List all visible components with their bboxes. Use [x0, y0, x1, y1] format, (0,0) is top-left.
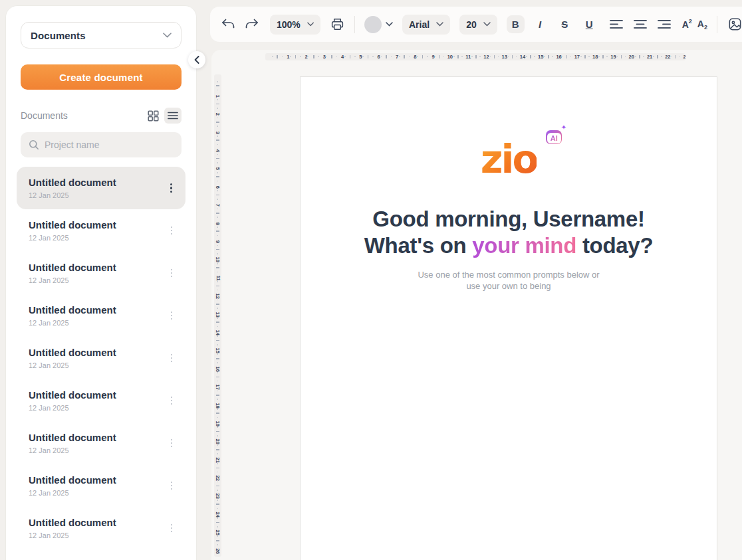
- image-icon: [727, 17, 742, 32]
- chevron-down-icon: [436, 22, 443, 27]
- document-date: 12 Jan 2025: [29, 234, 167, 242]
- kebab-menu-icon[interactable]: [167, 478, 177, 494]
- align-right-button[interactable]: [656, 16, 673, 33]
- kebab-menu-icon[interactable]: [167, 520, 177, 537]
- document-item[interactable]: Untitled document 12 Jan 2025: [17, 252, 186, 294]
- document-item[interactable]: Untitled document 12 Jan 2025: [17, 422, 186, 464]
- document-item[interactable]: Untitled document 12 Jan 2025: [17, 167, 186, 209]
- document-date: 12 Jan 2025: [29, 446, 167, 454]
- grid-icon: [148, 110, 159, 122]
- document-date: 12 Jan 2025: [29, 489, 167, 497]
- search-input[interactable]: [45, 140, 174, 150]
- greeting-heading: Good morning, Username! What's on your m…: [301, 206, 717, 259]
- collection-select-value: Documents: [31, 30, 86, 41]
- chevron-down-icon: [386, 22, 393, 27]
- align-left-icon: [610, 19, 623, 29]
- font-size-value: 20: [466, 19, 477, 30]
- undo-icon: [221, 18, 235, 31]
- document-date: 12 Jan 2025: [29, 319, 167, 327]
- zoom-value: 100%: [277, 19, 301, 30]
- document-title: Untitled document: [29, 177, 166, 189]
- document-item[interactable]: Untitled document 12 Jan 2025: [17, 209, 186, 252]
- toolbar-divider: [354, 16, 355, 33]
- color-swatch: [364, 16, 382, 33]
- document-title: Untitled document: [29, 432, 167, 444]
- font-size-select[interactable]: 20: [459, 15, 497, 35]
- greeting-subtext: Use one of the most common prompts below…: [301, 269, 717, 292]
- collection-select[interactable]: Documents: [21, 22, 182, 48]
- underline-button[interactable]: U: [580, 15, 598, 33]
- bold-button[interactable]: B: [507, 15, 525, 33]
- document-item[interactable]: Untitled document 12 Jan 2025: [17, 379, 186, 422]
- document-date: 12 Jan 2025: [29, 191, 166, 199]
- sidebar: Documents Create document Documents: [5, 5, 197, 560]
- kebab-menu-icon[interactable]: [167, 350, 177, 367]
- redo-icon: [245, 18, 259, 31]
- document-title: Untitled document: [29, 389, 167, 401]
- app-window: Documents Create document Documents: [0, 0, 742, 560]
- font-family-value: Arial: [409, 19, 430, 30]
- document-title: Untitled document: [29, 347, 167, 359]
- chevron-down-icon: [483, 22, 491, 27]
- font-family-select[interactable]: Arial: [402, 15, 450, 35]
- strikethrough-button[interactable]: S: [556, 15, 574, 33]
- sparkle-icon: ✦: [561, 124, 566, 131]
- zoom-select[interactable]: 100%: [270, 15, 320, 35]
- vertical-ruler[interactable]: 1234567891011121314151617181920212223242…: [214, 74, 221, 557]
- search-icon: [29, 140, 39, 150]
- list-view-button[interactable]: [164, 108, 182, 124]
- document-item[interactable]: Untitled document 12 Jan 2025: [17, 507, 186, 549]
- kebab-menu-icon[interactable]: [167, 223, 177, 239]
- chevron-down-icon: [163, 33, 172, 38]
- align-center-button[interactable]: [632, 16, 649, 33]
- superscript-button[interactable]: A2: [682, 19, 692, 30]
- search-box[interactable]: [21, 132, 182, 157]
- document-item[interactable]: Untitled document 12 Jan 2025: [17, 464, 186, 507]
- kebab-menu-icon[interactable]: [166, 179, 176, 197]
- greeting-highlight: your mind: [472, 233, 576, 258]
- document-title: Untitled document: [29, 262, 167, 274]
- ai-badge: AI ✦: [546, 130, 562, 144]
- document-item[interactable]: Untitled document 12 Jan 2025: [17, 294, 186, 337]
- create-document-button[interactable]: Create document: [21, 64, 182, 90]
- redo-button[interactable]: [243, 16, 261, 33]
- documents-list-header: Documents: [21, 110, 142, 121]
- toolbar-divider: [717, 16, 717, 33]
- editor-toolbar: 100% Arial 20 B I S U: [210, 7, 742, 42]
- insert-image-button[interactable]: [727, 16, 742, 33]
- document-title: Untitled document: [29, 219, 167, 231]
- grid-view-button[interactable]: [144, 108, 162, 124]
- chevron-down-icon: [307, 22, 314, 27]
- app-logo: zio AI ✦: [481, 141, 537, 178]
- text-color-picker[interactable]: [364, 16, 393, 33]
- document-date: 12 Jan 2025: [29, 531, 167, 539]
- align-left-button[interactable]: [608, 16, 625, 33]
- horizontal-ruler[interactable]: 1234567891011121314151617181920212223: [265, 53, 685, 60]
- kebab-menu-icon[interactable]: [167, 308, 177, 324]
- kebab-menu-icon[interactable]: [167, 393, 177, 409]
- document-item[interactable]: Untitled document 12 Jan 2025: [17, 337, 186, 379]
- undo-button[interactable]: [219, 16, 237, 33]
- logo-wordmark: zio: [481, 137, 537, 182]
- document-date: 12 Jan 2025: [29, 404, 167, 412]
- document-title: Untitled document: [29, 474, 167, 486]
- document-page[interactable]: zio AI ✦ Good morning, Username! What's …: [300, 76, 717, 560]
- kebab-menu-icon[interactable]: [167, 435, 177, 452]
- chevron-left-icon: [194, 56, 199, 64]
- print-button[interactable]: [330, 16, 345, 33]
- print-icon: [330, 17, 345, 32]
- document-title: Untitled document: [29, 304, 167, 316]
- align-center-icon: [634, 19, 647, 29]
- document-list: Untitled document 12 Jan 2025 Untitled d…: [17, 167, 186, 549]
- italic-button[interactable]: I: [531, 15, 549, 33]
- editor-canvas: 1234567891011121314151617181920212223 12…: [211, 50, 742, 560]
- document-date: 12 Jan 2025: [29, 361, 167, 369]
- subscript-button[interactable]: A2: [697, 19, 707, 31]
- kebab-menu-icon[interactable]: [167, 265, 177, 282]
- document-date: 12 Jan 2025: [29, 276, 167, 284]
- collapse-sidebar-button[interactable]: [188, 51, 205, 68]
- document-title: Untitled document: [29, 517, 167, 529]
- list-icon: [168, 112, 178, 120]
- align-right-icon: [658, 19, 671, 29]
